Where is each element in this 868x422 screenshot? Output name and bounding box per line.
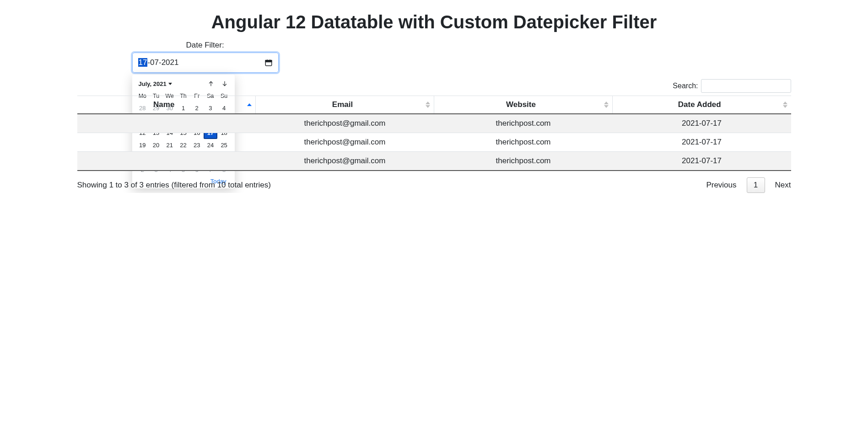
table-cell: therichpost.com — [434, 114, 613, 133]
pager-prev[interactable]: Previous — [706, 181, 736, 190]
table-cell — [77, 152, 256, 171]
column-header[interactable]: Website — [434, 96, 613, 114]
table-cell — [77, 114, 256, 133]
table-row: therichpost@gmail.comtherichpost.com2021… — [77, 152, 791, 171]
date-filter-input[interactable]: 17-07-2021 — [132, 53, 279, 73]
pager-next[interactable]: Next — [775, 181, 791, 190]
pager-page[interactable]: 1 — [747, 177, 765, 193]
table-cell: therichpost.com — [434, 152, 613, 171]
search-input[interactable] — [701, 79, 791, 93]
sort-icon — [783, 101, 787, 108]
table-cell — [77, 133, 256, 152]
column-header[interactable]: Email — [256, 96, 434, 114]
calendar-icon[interactable] — [264, 59, 273, 67]
table-row: therichpost@gmail.comtherichpost.com2021… — [77, 133, 791, 152]
table-cell: 2021-07-17 — [613, 152, 791, 171]
date-filter-value: 17-07-2021 — [138, 58, 179, 67]
sort-icon — [604, 101, 609, 108]
table-info-text: Showing 1 to 3 of 3 entries (filtered fr… — [77, 181, 271, 190]
column-header[interactable]: Date Added — [613, 96, 791, 114]
date-filter-label: Date Filter: — [186, 41, 279, 50]
table-cell: 2021-07-17 — [613, 133, 791, 152]
svg-rect-1 — [265, 60, 272, 62]
table-row: therichpost@gmail.comtherichpost.com2021… — [77, 114, 791, 133]
search-label: Search: — [673, 82, 698, 90]
column-header[interactable]: Name — [77, 96, 256, 114]
table-cell: therichpost@gmail.com — [256, 133, 434, 152]
pagination: Previous 1 Next — [706, 177, 791, 193]
sort-icon — [247, 103, 252, 107]
table-cell: 2021-07-17 — [613, 114, 791, 133]
table-cell: therichpost@gmail.com — [256, 152, 434, 171]
page-title: Angular 12 Datatable with Custom Datepic… — [77, 12, 791, 32]
table-cell: therichpost.com — [434, 133, 613, 152]
table-cell: therichpost@gmail.com — [256, 114, 434, 133]
data-table: NameEmailWebsiteDate Added therichpost@g… — [77, 96, 791, 171]
sort-icon — [426, 101, 430, 108]
